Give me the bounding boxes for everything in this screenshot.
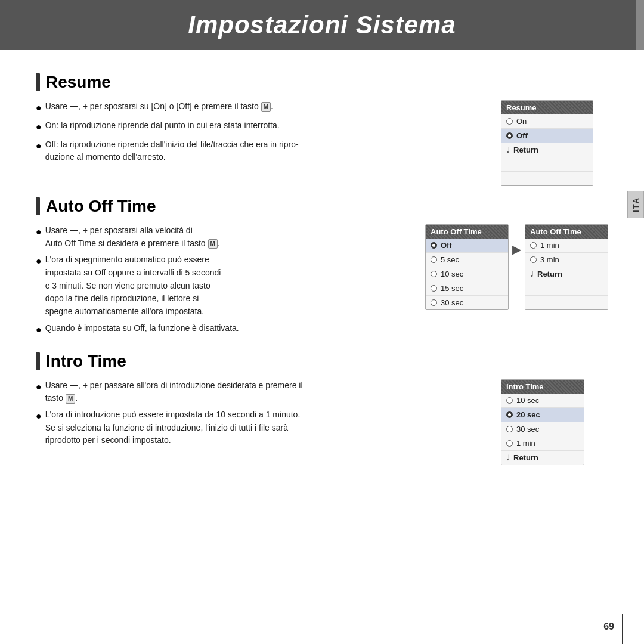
auto-off-return-item[interactable]: ♩ Return bbox=[525, 267, 608, 281]
intro-time-section: Intro Time ● Usare —, + per passare all'… bbox=[36, 352, 608, 465]
radio-empty-icon bbox=[431, 256, 437, 263]
return-icon: ♩ bbox=[530, 270, 534, 278]
auto-off-heading: Auto Off Time bbox=[36, 197, 608, 216]
bullet-dot: ● bbox=[36, 225, 42, 240]
bullet-dot: ● bbox=[36, 120, 42, 135]
resume-body: ● Usare —, + per spostarsi su [On] o [Of… bbox=[36, 100, 608, 186]
intro-time-bullet-1: ● Usare —, + per passare all'ora di intr… bbox=[36, 379, 489, 405]
auto-off-body: ● Usare —, + per spostarsi alla velocità… bbox=[36, 224, 608, 341]
intro-time-ui: Intro Time 10 sec 20 sec 30 sec bbox=[501, 379, 608, 465]
main-content: Resume ● Usare —, + per spostarsi su [On… bbox=[0, 50, 644, 488]
intro-time-body: ● Usare —, + per passare all'ora di intr… bbox=[36, 379, 608, 465]
m-key: M bbox=[208, 239, 218, 249]
radio-empty-icon bbox=[431, 299, 437, 306]
intro-time-text: ● Usare —, + per passare all'ora di intr… bbox=[36, 379, 489, 451]
radio-empty-icon bbox=[506, 118, 513, 125]
auto-off-item-30sec[interactable]: 30 sec bbox=[426, 296, 508, 309]
radio-empty-icon bbox=[506, 426, 513, 432]
bullet-dot: ● bbox=[36, 101, 42, 116]
auto-off-item-3min[interactable]: 3 min bbox=[525, 253, 608, 267]
bullet-dot: ● bbox=[36, 323, 42, 338]
radio-empty-icon bbox=[431, 271, 437, 277]
intro-time-heading: Intro Time bbox=[36, 352, 608, 371]
intro-time-menu-title: Intro Time bbox=[501, 380, 584, 394]
page-divider bbox=[622, 614, 623, 644]
auto-off-ui: Auto Off Time Off 5 sec 10 sec bbox=[425, 224, 608, 310]
resume-bullet-1: ● Usare —, + per spostarsi su [On] o [Of… bbox=[36, 100, 489, 116]
bullet-dot: ● bbox=[36, 380, 42, 395]
radio-empty-icon bbox=[530, 242, 537, 249]
resume-return-item[interactable]: ♩ Return bbox=[501, 143, 593, 157]
radio-empty-icon bbox=[431, 285, 437, 292]
auto-off-empty-2: — bbox=[525, 296, 608, 309]
resume-bullet-3: ● Off: la riproduzione riprende dall'ini… bbox=[36, 138, 489, 164]
auto-off-menu-left: Auto Off Time Off 5 sec 10 sec bbox=[425, 224, 509, 310]
resume-empty-1: — bbox=[501, 157, 593, 172]
intro-time-return[interactable]: ♩ Return bbox=[501, 451, 584, 465]
radio-empty-icon bbox=[530, 256, 537, 263]
page-number: 69 bbox=[603, 621, 614, 632]
auto-off-empty-1: — bbox=[525, 281, 608, 296]
intro-time-1min[interactable]: 1 min bbox=[501, 436, 584, 451]
auto-off-item-10sec[interactable]: 10 sec bbox=[426, 267, 508, 281]
auto-off-item-1min[interactable]: 1 min bbox=[525, 239, 608, 253]
arrow-right-icon: ▶ bbox=[512, 242, 521, 256]
resume-empty-2: — bbox=[501, 172, 593, 185]
intro-time-bullet-2: ● L'ora di introduzione può essere impos… bbox=[36, 408, 489, 447]
radio-filled-icon bbox=[506, 132, 513, 139]
resume-heading: Resume bbox=[36, 73, 608, 92]
resume-section: Resume ● Usare —, + per spostarsi su [On… bbox=[36, 73, 608, 186]
resume-bullet-2: ● On: la riproduzione riprende dal punto… bbox=[36, 119, 489, 135]
auto-off-text: ● Usare —, + per spostarsi alla velocità… bbox=[36, 224, 413, 341]
resume-on-item[interactable]: On bbox=[501, 114, 593, 129]
page-header: Impostazioni Sistema bbox=[0, 0, 644, 50]
resume-menu-title: Resume bbox=[501, 101, 593, 114]
bullet-dot: ● bbox=[36, 409, 42, 424]
m-key: M bbox=[261, 102, 271, 112]
radio-empty-icon bbox=[506, 397, 513, 404]
resume-text: ● Usare —, + per spostarsi su [On] o [Of… bbox=[36, 100, 489, 168]
m-key: M bbox=[66, 394, 75, 404]
intro-time-menu: Intro Time 10 sec 20 sec 30 sec bbox=[501, 379, 584, 465]
auto-off-item-15sec[interactable]: 15 sec bbox=[426, 281, 508, 296]
auto-off-boxes: Auto Off Time Off 5 sec 10 sec bbox=[425, 224, 608, 310]
auto-off-item-off[interactable]: Off bbox=[426, 239, 508, 253]
radio-filled-icon bbox=[431, 242, 437, 249]
intro-time-20sec[interactable]: 20 sec bbox=[501, 408, 584, 422]
return-icon: ♩ bbox=[506, 453, 510, 462]
resume-menu: Resume On Off ♩ Return — — bbox=[501, 100, 593, 186]
auto-off-bullet-2: ● L'ora di spegnimento automatico può es… bbox=[36, 253, 413, 318]
auto-off-section: Auto Off Time ● Usare —, + per spostarsi… bbox=[36, 197, 608, 341]
bullet-dot: ● bbox=[36, 139, 42, 154]
header-title: Impostazioni Sistema bbox=[188, 11, 456, 39]
resume-off-item[interactable]: Off bbox=[501, 129, 593, 143]
resume-ui: Resume On Off ♩ Return — — bbox=[501, 100, 608, 186]
auto-off-menu-right: Auto Off Time 1 min 3 min ♩ Return bbox=[525, 224, 608, 310]
radio-empty-icon bbox=[506, 440, 513, 447]
auto-off-bullet-1: ● Usare —, + per spostarsi alla velocità… bbox=[36, 224, 413, 250]
intro-time-30sec[interactable]: 30 sec bbox=[501, 422, 584, 436]
bullet-dot: ● bbox=[36, 254, 42, 269]
auto-off-menu-left-title: Auto Off Time bbox=[426, 225, 508, 239]
return-icon: ♩ bbox=[506, 145, 510, 154]
radio-filled-icon bbox=[506, 411, 513, 418]
auto-off-item-5sec[interactable]: 5 sec bbox=[426, 253, 508, 267]
intro-time-10sec[interactable]: 10 sec bbox=[501, 394, 584, 408]
auto-off-menu-right-title: Auto Off Time bbox=[525, 225, 608, 239]
auto-off-bullet-3: ● Quando è impostata su Off, la funzione… bbox=[36, 322, 413, 338]
